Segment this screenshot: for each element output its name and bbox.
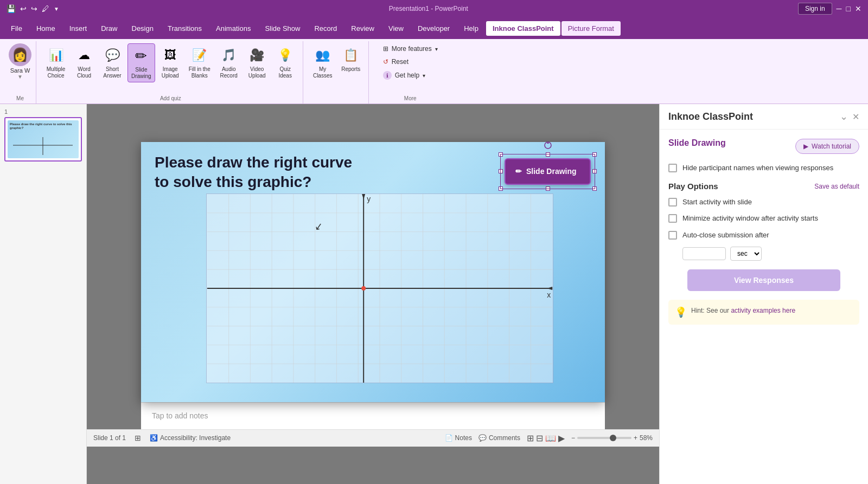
short-answer-icon: 💬	[103, 46, 122, 65]
normal-view-icon[interactable]: ⊞	[527, 433, 534, 443]
close-icon[interactable]: ✕	[855, 4, 861, 13]
zoom-slider[interactable]	[577, 437, 631, 439]
menu-item-home[interactable]: Home	[30, 21, 62, 36]
menu-item-view[interactable]: View	[382, 21, 410, 36]
fill-blanks-icon: 📝	[190, 46, 209, 65]
start-activity-checkbox[interactable]	[668, 198, 677, 206]
hide-participants-label: Hide participant names when viewing resp…	[682, 163, 833, 173]
hint-prefix: Hint: See our	[691, 307, 731, 314]
more-features-button[interactable]: ⊞ More features ▾	[380, 43, 441, 54]
customize-icon[interactable]: ▼	[54, 6, 59, 12]
slide-drawing-button[interactable]: ✏ SlideDrawing	[127, 43, 155, 82]
menu-item-review[interactable]: Review	[344, 21, 381, 36]
quiz-ideas-button[interactable]: 💡 QuizIdeas	[272, 43, 298, 81]
fill-blanks-button[interactable]: 📝 Fill in theBlanks	[186, 43, 214, 81]
notes-btn[interactable]: 📄 Notes	[445, 434, 472, 442]
menu-item-developer[interactable]: Developer	[411, 21, 456, 36]
get-help-chevron: ▾	[423, 73, 425, 79]
get-help-button[interactable]: ℹ Get help ▾	[380, 69, 441, 81]
word-cloud-button[interactable]: ☁ WordCloud	[71, 43, 97, 81]
menu-item-design[interactable]: Design	[125, 21, 160, 36]
watch-tutorial-button[interactable]: ▶ Watch tutorial	[795, 139, 859, 154]
menu-item-transitions[interactable]: Transitions	[161, 21, 208, 36]
panel-title: Inknoe ClassPoint	[668, 111, 753, 122]
menu-item-animations[interactable]: Animations	[209, 21, 257, 36]
menu-item-help[interactable]: Help	[457, 21, 485, 36]
my-classes-icon: 👥	[313, 46, 333, 65]
selection-frame: ✏ Slide Drawing	[500, 154, 595, 189]
sec-dropdown[interactable]: sec min	[730, 247, 762, 261]
short-answer-button[interactable]: 💬 ShortAnswer	[99, 43, 125, 81]
slide-drawing-icon: ✏	[131, 46, 151, 66]
minimize-checkbox[interactable]	[668, 214, 677, 223]
slide-thumbnail[interactable]: Please draw the right curve to solve thi…	[4, 117, 82, 162]
quiz-ideas-label: QuizIdeas	[278, 66, 291, 79]
more-buttons: ⊞ More features ▾ ↺ Reset ℹ Get help ▾	[375, 41, 445, 83]
slide-drawing-label: SlideDrawing	[131, 67, 151, 80]
hint-link[interactable]: activity examples here	[731, 307, 795, 314]
video-upload-icon: 🎥	[247, 46, 267, 65]
feature-header-row: Slide Drawing ▶ Watch tutorial	[668, 138, 859, 154]
zoom-out-icon[interactable]: −	[571, 434, 575, 442]
notes-bar[interactable]: Tap to add notes	[141, 402, 605, 429]
minimize-icon[interactable]: ─	[837, 4, 842, 13]
save-icon[interactable]: 💾	[7, 4, 16, 13]
sec-input-row: sec min	[682, 247, 859, 261]
right-panel: Inknoe ClassPoint ⌄ ✕ Slide Drawing ▶ Wa…	[659, 104, 868, 484]
menu-item-picture[interactable]: Picture Format	[561, 21, 621, 36]
reading-view-icon[interactable]: 📖	[545, 433, 556, 443]
menu-item-record[interactable]: Record	[308, 21, 343, 36]
sign-in-button[interactable]: Sign in	[798, 3, 832, 15]
my-classes-button[interactable]: 👥 MyClasses	[310, 43, 336, 81]
y-axis-arrow	[362, 194, 365, 199]
comments-btn[interactable]: 💬 Comments	[478, 434, 520, 442]
video-upload-button[interactable]: 🎥 VideoUpload	[244, 43, 270, 81]
audio-record-icon: 🎵	[219, 46, 239, 65]
more-label: More	[404, 95, 417, 101]
menu-item-slideshow[interactable]: Slide Show	[258, 21, 307, 36]
menu-item-draw[interactable]: Draw	[94, 21, 124, 36]
menu-item-insert[interactable]: Insert	[63, 21, 94, 36]
slide-drawing-overlay-btn[interactable]: ✏ Slide Drawing	[505, 158, 591, 185]
panel-body: Slide Drawing ▶ Watch tutorial Hide part…	[660, 130, 868, 484]
zoom-controls: − + 58%	[571, 434, 653, 442]
slide-container: Please draw the right curve to solve thi…	[141, 142, 605, 402]
slide-panel: 1 Please draw the right curve to solve t…	[0, 104, 87, 484]
image-upload-label: ImageUpload	[162, 66, 179, 79]
sec-input[interactable]	[682, 247, 726, 260]
panel-close-icon[interactable]: ✕	[852, 112, 859, 122]
menu-item-inknoe[interactable]: Inknoe ClassPoint	[486, 21, 560, 36]
redo-icon[interactable]: ↪	[31, 4, 37, 13]
short-answer-label: ShortAnswer	[103, 66, 121, 79]
slide-question: Please draw the right curve to solve thi…	[155, 153, 352, 192]
image-upload-button[interactable]: 🖼 ImageUpload	[157, 43, 183, 81]
auto-close-row: Auto-close submission after	[668, 230, 859, 240]
fill-blanks-label: Fill in theBlanks	[189, 66, 210, 79]
undo-icon[interactable]: ↩	[20, 4, 27, 13]
auto-close-checkbox[interactable]	[668, 231, 677, 240]
save-default-link[interactable]: Save as default	[814, 183, 859, 190]
presenter-view-icon[interactable]: ▶	[558, 433, 565, 443]
view-responses-label: View Responses	[734, 276, 794, 285]
thumb-graph	[8, 134, 79, 156]
rotate-handle[interactable]	[544, 141, 552, 150]
quick-access-icon[interactable]: 🖊	[42, 4, 49, 13]
slide-layout-icon[interactable]: ⊞	[135, 434, 141, 442]
hide-participants-checkbox[interactable]	[668, 164, 677, 172]
reset-button[interactable]: ↺ Reset	[380, 56, 441, 67]
accessibility-icon: ♿	[150, 434, 158, 442]
audio-record-button[interactable]: 🎵 AudioRecord	[216, 43, 242, 81]
view-responses-button[interactable]: View Responses	[687, 269, 840, 291]
multiple-choice-button[interactable]: 📊 MultipleChoice	[43, 43, 69, 81]
hide-participants-row: Hide participant names when viewing resp…	[668, 163, 859, 173]
panel-collapse-icon[interactable]: ⌄	[840, 111, 848, 122]
question-line2: to solve this graphic?	[155, 173, 311, 190]
view-buttons: ⊞ ⊟ 📖 ▶	[527, 433, 565, 443]
menu-item-file[interactable]: File	[4, 21, 29, 36]
zoom-in-icon[interactable]: +	[634, 434, 637, 442]
maximize-icon[interactable]: □	[846, 4, 851, 13]
slide-sorter-icon[interactable]: ⊟	[536, 433, 543, 443]
quiz-ideas-icon: 💡	[276, 46, 295, 65]
reports-button[interactable]: 📋 Reports	[338, 43, 364, 75]
x-axis-arrow	[547, 287, 552, 290]
